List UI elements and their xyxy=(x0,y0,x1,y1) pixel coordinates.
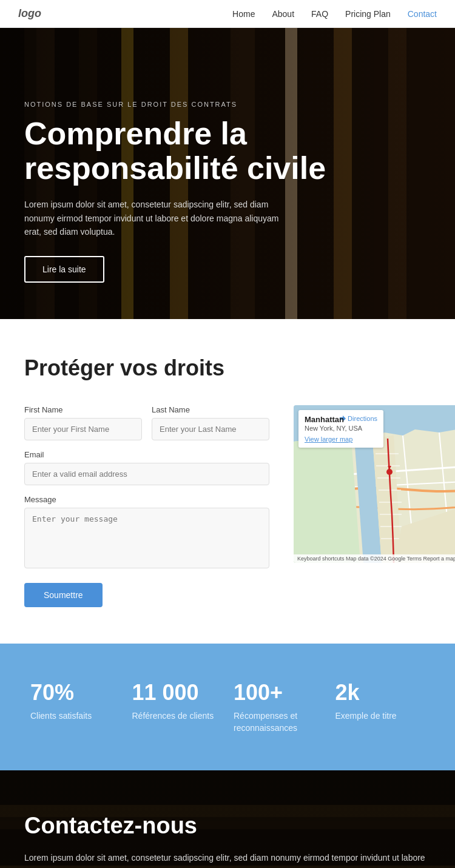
nav-pricing[interactable]: Pricing Plan xyxy=(345,9,391,19)
stat-label-1: Références de clients xyxy=(132,710,222,722)
last-name-group: Last Name xyxy=(152,405,269,440)
stats-section: 70% Clients satisfaits 11 000 Références… xyxy=(0,644,455,770)
map-container: Google Manhattan New York, NY, USA Direc… xyxy=(294,405,455,563)
hero-subtitle: NOTIONS DE BASE SUR LE DROIT DES CONTRAT… xyxy=(24,101,431,108)
form-layout: First Name Last Name Email Message Soume… xyxy=(24,405,431,607)
stat-number-1: 11 000 xyxy=(132,680,222,705)
message-group: Message xyxy=(24,495,269,568)
view-larger-link[interactable]: View larger map xyxy=(305,436,377,443)
stat-item-0: 70% Clients satisfaits xyxy=(24,680,126,734)
message-label: Message xyxy=(24,495,269,504)
contact-form-section: Protéger vos droits First Name Last Name… xyxy=(0,319,455,644)
stat-label-3: Exemple de titre xyxy=(335,710,425,722)
first-name-label: First Name xyxy=(24,405,142,414)
hero-section: NOTIONS DE BASE SUR LE DROIT DES CONTRAT… xyxy=(0,28,455,319)
stat-number-3: 2k xyxy=(335,680,425,705)
svg-marker-9 xyxy=(294,436,360,563)
stat-item-3: 2k Exemple de titre xyxy=(329,680,431,734)
stat-number-2: 100+ xyxy=(234,680,323,705)
map-inner: Google Manhattan New York, NY, USA Direc… xyxy=(294,405,455,563)
hero-description: Lorem ipsum dolor sit amet, consetetur s… xyxy=(24,198,279,238)
nav-contact[interactable]: Contact xyxy=(408,9,437,19)
form-left: First Name Last Name Email Message Soume… xyxy=(24,405,269,607)
email-group: Email xyxy=(24,450,269,485)
contact-description: Lorem ipsum dolor sit amet, consetetur s… xyxy=(24,851,431,868)
logo[interactable]: logo xyxy=(18,7,41,20)
last-name-input[interactable] xyxy=(152,418,269,440)
contact-section: Contactez-nous Lorem ipsum dolor sit ame… xyxy=(0,770,455,868)
nav-links: Home About FAQ Pricing Plan Contact xyxy=(232,9,437,19)
stat-item-2: 100+ Récompenses et reconnaissances xyxy=(228,680,329,734)
email-input[interactable] xyxy=(24,463,269,485)
location-address: New York, NY, USA xyxy=(305,425,377,432)
map-widget: Google Manhattan New York, NY, USA Direc… xyxy=(294,405,455,563)
navigation: logo Home About FAQ Pricing Plan Contact xyxy=(0,0,455,28)
hero-cta-button[interactable]: Lire la suite xyxy=(24,256,104,283)
map-footer: Keyboard shortcuts Map data ©2024 Google… xyxy=(294,554,455,563)
contact-content: Contactez-nous Lorem ipsum dolor sit ame… xyxy=(24,813,431,868)
name-row: First Name Last Name xyxy=(24,405,269,440)
stat-label-0: Clients satisfaits xyxy=(30,710,120,722)
nav-faq[interactable]: FAQ xyxy=(311,9,328,19)
email-label: Email xyxy=(24,450,269,459)
contact-title: Contactez-nous xyxy=(24,813,431,839)
submit-button[interactable]: Soumettre xyxy=(24,583,103,607)
nav-about[interactable]: About xyxy=(272,9,294,19)
message-textarea[interactable] xyxy=(24,508,269,568)
map-footer-text: Keyboard shortcuts Map data ©2024 Google… xyxy=(297,556,455,562)
first-name-input[interactable] xyxy=(24,418,142,440)
first-name-group: First Name xyxy=(24,405,142,440)
form-section-title: Protéger vos droits xyxy=(24,355,431,381)
map-info-box: Manhattan New York, NY, USA Directions V… xyxy=(298,410,383,448)
last-name-label: Last Name xyxy=(152,405,269,414)
stat-number-0: 70% xyxy=(30,680,120,705)
directions-link[interactable]: Directions xyxy=(340,415,377,422)
hero-title: Comprendre la responsabilité civile xyxy=(24,116,431,186)
svg-point-20 xyxy=(386,469,393,475)
stat-item-1: 11 000 Références de clients xyxy=(126,680,228,734)
hero-content: NOTIONS DE BASE SUR LE DROIT DES CONTRAT… xyxy=(24,101,431,283)
nav-home[interactable]: Home xyxy=(232,9,255,19)
stat-label-2: Récompenses et reconnaissances xyxy=(234,710,323,734)
